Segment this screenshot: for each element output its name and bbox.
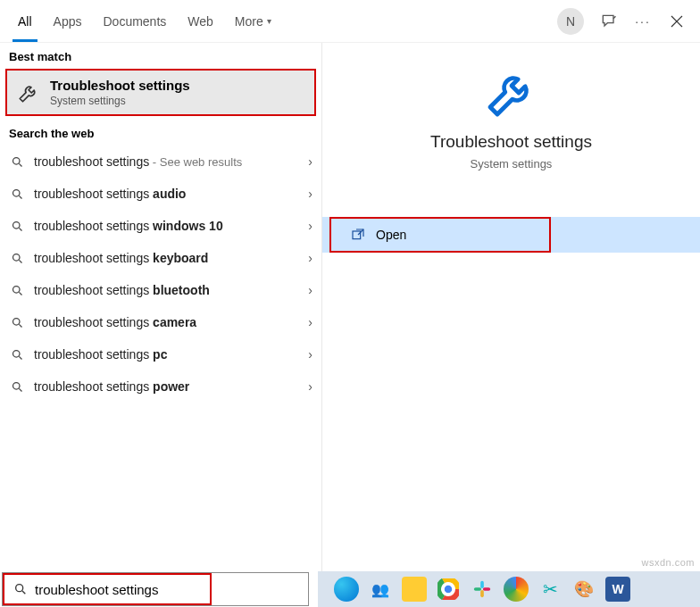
svg-point-6 xyxy=(12,350,20,357)
tab-web[interactable]: Web xyxy=(177,0,224,42)
search-icon xyxy=(9,380,25,394)
search-icon xyxy=(9,155,25,169)
taskbar-word-icon[interactable]: W xyxy=(605,577,630,602)
search-icon xyxy=(9,316,25,329)
chevron-right-icon: › xyxy=(308,379,312,394)
web-result-item[interactable]: troubleshoot settings camera› xyxy=(0,306,321,338)
web-result-text: troubleshoot settings keyboard xyxy=(34,251,299,265)
search-web-label: Search the web xyxy=(0,120,321,146)
watermark: wsxdn.com xyxy=(641,557,695,568)
web-result-item[interactable]: troubleshoot settings keyboard› xyxy=(0,242,321,274)
svg-point-3 xyxy=(12,254,20,261)
svg-point-7 xyxy=(12,382,20,389)
search-input[interactable] xyxy=(35,582,210,597)
search-panel: All Apps Documents Web More▾ N ··· Best … xyxy=(0,0,700,571)
web-result-text: troubleshoot settings - See web results xyxy=(34,154,299,169)
svg-rect-16 xyxy=(480,581,484,588)
close-icon[interactable] xyxy=(668,12,686,30)
taskbar-edge-icon[interactable] xyxy=(334,577,359,602)
tab-more[interactable]: More▾ xyxy=(224,0,282,42)
web-result-item[interactable]: troubleshoot settings audio› xyxy=(0,178,321,210)
taskbar-app7-icon[interactable]: ✂ xyxy=(538,577,562,602)
open-action[interactable]: Open xyxy=(322,217,700,253)
svg-point-2 xyxy=(12,221,20,229)
preview-title: Troubleshoot settings xyxy=(430,132,592,152)
user-avatar[interactable]: N xyxy=(557,8,584,35)
chevron-right-icon: › xyxy=(308,347,312,362)
svg-point-1 xyxy=(12,189,20,196)
taskbar: 👥 ✂ 🎨 W xyxy=(318,571,700,607)
header-actions: N ··· xyxy=(557,8,693,35)
web-result-text: troubleshoot settings camera xyxy=(34,315,299,329)
header: All Apps Documents Web More▾ N ··· xyxy=(0,0,700,43)
preview-pane: Troubleshoot settings System settings Op… xyxy=(321,43,700,571)
open-label: Open xyxy=(376,228,406,242)
best-match-title: Troubleshoot settings xyxy=(50,78,190,93)
best-match-subtitle: System settings xyxy=(50,95,190,107)
tab-documents[interactable]: Documents xyxy=(92,0,177,42)
best-match-result[interactable]: Troubleshoot settings System settings xyxy=(5,69,316,116)
open-icon xyxy=(351,228,365,242)
svg-rect-19 xyxy=(483,587,490,591)
web-result-item[interactable]: troubleshoot settings windows 10› xyxy=(0,210,321,242)
search-icon xyxy=(13,582,28,596)
chevron-right-icon: › xyxy=(308,154,312,169)
taskbar-explorer-icon[interactable] xyxy=(402,577,427,602)
preview-subtitle: System settings xyxy=(471,157,553,170)
svg-point-5 xyxy=(12,318,20,325)
taskbar-teams-icon[interactable]: 👥 xyxy=(368,577,393,602)
best-match-label: Best match xyxy=(0,43,321,69)
search-icon xyxy=(9,284,25,297)
web-result-item[interactable]: troubleshoot settings power› xyxy=(0,370,321,403)
svg-point-4 xyxy=(12,286,20,293)
web-result-item[interactable]: troubleshoot settings bluetooth› xyxy=(0,274,321,306)
taskbar-chrome-icon[interactable] xyxy=(436,577,461,602)
search-icon xyxy=(9,220,25,233)
chevron-right-icon: › xyxy=(308,315,312,329)
svg-point-0 xyxy=(12,157,20,164)
feedback-icon[interactable] xyxy=(600,12,618,30)
preview-header: Troubleshoot settings System settings xyxy=(322,43,700,181)
web-result-text: troubleshoot settings audio xyxy=(34,187,299,201)
web-result-text: troubleshoot settings windows 10 xyxy=(34,219,299,233)
web-result-item[interactable]: troubleshoot settings - See web results› xyxy=(0,146,321,178)
taskbar-slack-icon[interactable] xyxy=(470,577,495,602)
chevron-right-icon: › xyxy=(308,219,312,233)
chevron-right-icon: › xyxy=(308,283,312,297)
chevron-down-icon: ▾ xyxy=(267,16,271,26)
tab-apps[interactable]: Apps xyxy=(43,0,93,42)
web-result-item[interactable]: troubleshoot settings pc› xyxy=(0,338,321,370)
tab-all[interactable]: All xyxy=(7,0,43,42)
wrench-large-icon xyxy=(483,64,540,121)
search-icon xyxy=(9,348,25,362)
search-box[interactable] xyxy=(2,572,309,606)
more-options-icon[interactable]: ··· xyxy=(634,12,652,30)
body: Best match Troubleshoot settings System … xyxy=(0,43,700,571)
filter-tabs: All Apps Documents Web More▾ xyxy=(7,0,282,42)
web-result-text: troubleshoot settings bluetooth xyxy=(34,283,299,297)
taskbar-app6-icon[interactable] xyxy=(504,577,529,602)
svg-rect-8 xyxy=(353,231,361,239)
search-icon xyxy=(9,252,25,265)
web-results-list: troubleshoot settings - See web results›… xyxy=(0,146,321,403)
search-icon xyxy=(9,187,25,201)
web-result-text: troubleshoot settings pc xyxy=(34,347,299,362)
web-result-text: troubleshoot settings power xyxy=(34,379,299,394)
wrench-icon xyxy=(16,80,41,105)
svg-point-9 xyxy=(16,585,23,592)
chevron-right-icon: › xyxy=(308,251,312,265)
svg-rect-17 xyxy=(474,587,481,591)
chevron-right-icon: › xyxy=(308,187,312,201)
taskbar-paint-icon[interactable]: 🎨 xyxy=(571,577,596,602)
svg-rect-18 xyxy=(480,590,484,597)
results-column: Best match Troubleshoot settings System … xyxy=(0,43,321,571)
